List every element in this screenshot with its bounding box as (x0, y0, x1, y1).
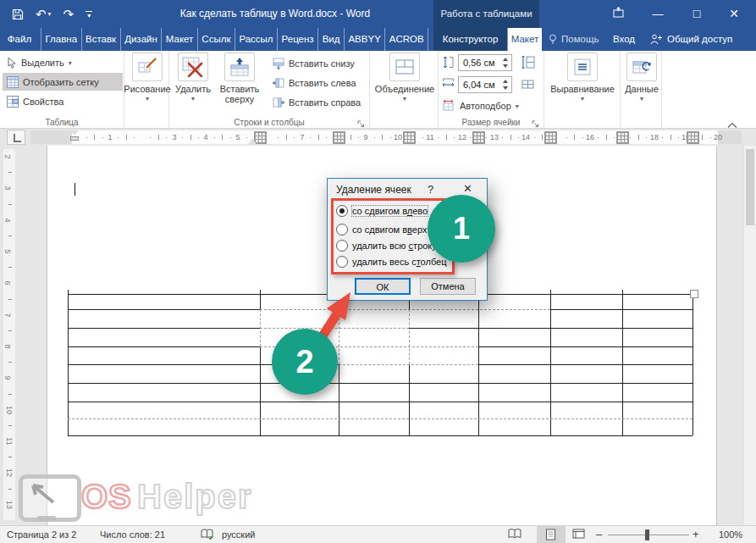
tab-mailings[interactable]: Рассыл (235, 28, 278, 51)
group-label-rows-columns: Строки и столбцы (169, 118, 369, 127)
zoom-out-button[interactable]: – (596, 526, 602, 543)
merge-button[interactable]: Объединение ▾ (389, 53, 421, 103)
share-button[interactable]: Общий доступ (650, 28, 732, 51)
web-layout-icon[interactable] (572, 529, 585, 540)
table-border-horizontal (68, 328, 260, 329)
zoom-slider-thumb[interactable] (645, 529, 649, 540)
row-height-stepper[interactable] (499, 56, 510, 69)
page-indicator[interactable]: Страница 2 из 2 (7, 526, 76, 543)
ruler-tick (326, 137, 327, 138)
zoom-in-button[interactable]: + (693, 526, 699, 543)
show-gridlines-button[interactable]: Отобразить сетку (3, 73, 123, 91)
vertical-scrollbar[interactable] (743, 146, 756, 525)
ruler-number: 6 (3, 280, 12, 285)
radio-option[interactable]: со сдвигом влево (336, 204, 428, 218)
undo-dropdown-icon[interactable]: ▾ (48, 11, 52, 18)
language-indicator[interactable]: русский (222, 526, 255, 543)
ribbon-display-options-button[interactable] (604, 0, 632, 28)
insert-right-button[interactable]: Вставить справа (268, 93, 365, 111)
data-button[interactable]: Данные ▾ (625, 53, 659, 103)
ruler-column-marker[interactable] (616, 131, 629, 144)
radio-button[interactable] (336, 256, 348, 268)
select-button[interactable]: Выделить▾ (3, 53, 76, 71)
ruler-tick (382, 135, 383, 140)
column-width-icon (442, 78, 455, 94)
tab-references[interactable]: Ссылк (198, 28, 235, 51)
alignment-button[interactable]: Выравнивание ▾ (565, 53, 600, 103)
customize-qat-icon[interactable]: ▾ (86, 11, 92, 18)
horizontal-ruler[interactable]: 1345789101112131416181920 (30, 130, 742, 144)
radio-button[interactable] (336, 240, 348, 252)
person-plus-icon (650, 34, 663, 45)
tab-table-design[interactable]: Конструктор (433, 28, 508, 51)
ruler-number: 13 (5, 501, 14, 509)
ruler-column-marker[interactable] (333, 131, 345, 144)
ruler-tick (422, 137, 423, 138)
left-indent-marker[interactable] (70, 136, 79, 141)
proofing-icon[interactable] (201, 529, 213, 541)
dialog-close-icon[interactable]: ✕ (463, 182, 472, 195)
close-button[interactable]: ✕ (720, 0, 748, 28)
read-mode-icon[interactable] (508, 529, 521, 540)
insert-left-button[interactable]: Вставить слева (268, 74, 361, 91)
row-height-field[interactable]: 0,56 см (458, 54, 512, 71)
column-width-stepper[interactable] (499, 78, 510, 91)
sign-in-button[interactable]: Вход (613, 28, 635, 51)
maximize-button[interactable]: □ (682, 0, 711, 28)
radio-button[interactable] (336, 224, 348, 235)
tab-view[interactable]: Вид (318, 28, 345, 51)
radio-option[interactable]: со сдвигом вверх (336, 223, 427, 236)
table-properties-button[interactable]: Свойства (3, 92, 68, 110)
tab-file[interactable]: Файл (0, 28, 39, 51)
tab-acrobat[interactable]: ACROB (385, 28, 428, 51)
print-layout-icon[interactable] (545, 529, 556, 542)
cancel-button[interactable]: Отмена (420, 278, 476, 295)
radio-option[interactable]: удалить всю строку (336, 239, 437, 252)
insert-below-button[interactable]: Вставить снизу (268, 54, 359, 72)
gridlines-icon (7, 76, 19, 88)
ruler-number: 12 (5, 468, 14, 477)
radio-button[interactable] (336, 205, 348, 217)
tab-insert[interactable]: Вставк (82, 28, 121, 51)
word-count[interactable]: Число слов: 21 (100, 526, 165, 543)
dialog-launcher-icon[interactable] (357, 117, 366, 125)
undo-button[interactable]: ↶▾ (36, 8, 52, 20)
minimize-button[interactable]: — (643, 0, 672, 28)
tab-table-layout-active[interactable]: Макет (508, 28, 542, 51)
save-icon[interactable] (12, 8, 24, 20)
table-resize-handle[interactable] (690, 290, 698, 298)
tab-layout[interactable]: Макет (162, 28, 198, 51)
vertical-ruler[interactable]: 2345678910111213 (3, 149, 15, 520)
distribute-columns-icon[interactable] (521, 77, 535, 95)
draw-table-button[interactable]: Рисование ▾ (132, 53, 163, 103)
table-border-horizontal (478, 364, 693, 365)
ruler-number: 3 (3, 186, 12, 190)
redo-button[interactable]: ↷ (63, 8, 74, 20)
dialog-launcher-icon[interactable] (532, 117, 540, 125)
tab-stop-selector[interactable] (7, 130, 25, 145)
ruler-column-marker[interactable] (403, 131, 416, 144)
autofit-button[interactable]: Автоподбор▾ (439, 97, 523, 114)
delete-button[interactable]: Удалить ▾ (174, 53, 212, 103)
tab-design[interactable]: Дизайн (121, 28, 163, 51)
insert-above-button[interactable]: Вставитьсверху (215, 53, 264, 104)
scrollbar-thumb[interactable] (746, 149, 754, 225)
ruler-column-marker[interactable] (254, 131, 267, 144)
zoom-level[interactable]: 100% (709, 526, 752, 543)
ruler-column-marker[interactable] (687, 131, 699, 144)
radio-option-label: удалить всю строку (352, 241, 437, 251)
dialog-help-button[interactable]: ? (428, 183, 433, 196)
column-width-field[interactable]: 6,04 см (458, 76, 512, 93)
distribute-rows-icon[interactable] (521, 55, 535, 73)
tab-home[interactable]: Главна (41, 28, 82, 51)
tab-abbyy[interactable]: ABBYY (345, 28, 385, 51)
ruler-tick (542, 135, 543, 140)
ok-button[interactable]: ОК (355, 278, 411, 295)
tab-help[interactable]: Помощь (549, 28, 599, 51)
tab-review[interactable]: Реценз (278, 28, 318, 51)
ruler-column-marker[interactable] (472, 131, 485, 144)
radio-option[interactable]: удалить весь столбец (336, 255, 447, 269)
ruler-column-marker[interactable] (544, 131, 557, 144)
annotation-step-1: 1 (428, 195, 495, 263)
ruler-tick (150, 137, 151, 138)
